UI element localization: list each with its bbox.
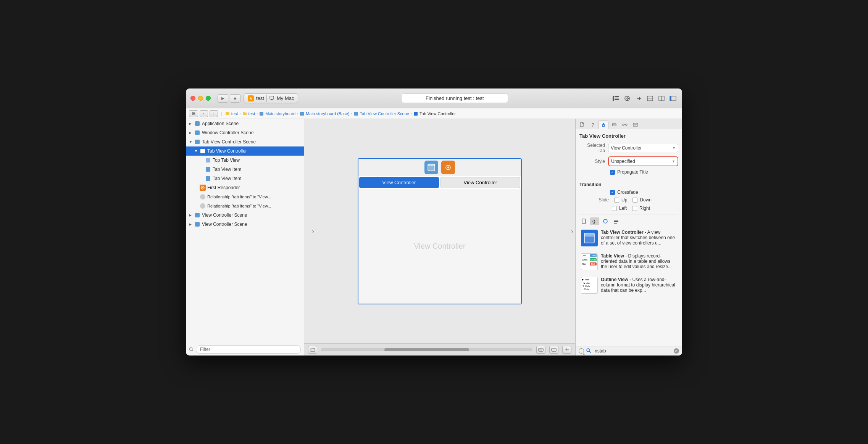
insp-tab-connections[interactable] xyxy=(620,121,630,129)
tabvc-canvas-icon xyxy=(424,161,438,174)
minimize-button[interactable] xyxy=(198,96,203,101)
scheme-name: test xyxy=(256,95,264,101)
crossfade-checkbox[interactable]: ✓ xyxy=(610,190,615,195)
tree-arrow-window: ▶ xyxy=(189,131,193,135)
svg-rect-43 xyxy=(552,348,556,351)
breadcrumb-tabvc[interactable]: Tab View Controller xyxy=(413,111,456,116)
canvas-bottom-toolbar xyxy=(304,343,575,356)
navigator-toggle-button[interactable] xyxy=(611,94,620,103)
lib-name-tabvc: Tab View Controller - A view controller … xyxy=(601,230,677,246)
down-label: Down xyxy=(640,197,652,203)
svg-line-34 xyxy=(192,350,193,351)
storyboard-icon-1 xyxy=(259,111,264,116)
tv-cell-ron: Ron xyxy=(582,263,589,265)
forward-button[interactable]: › xyxy=(210,110,218,117)
library-search-input[interactable] xyxy=(595,348,671,354)
selected-tab-label: Selected Tab xyxy=(579,143,608,153)
tree-item-window-scene[interactable]: ▶ Window Controller Scene xyxy=(186,128,304,137)
canvas-body-label: View Controller xyxy=(414,242,465,251)
layout-2-button[interactable] xyxy=(657,94,666,103)
jump-button[interactable] xyxy=(634,94,643,103)
canvas-scrollbar[interactable] xyxy=(321,348,532,351)
canvas-tb-1[interactable] xyxy=(308,346,317,354)
svg-rect-40 xyxy=(310,348,311,351)
selected-tab-select[interactable]: View Controller ▼ xyxy=(608,144,678,152)
jump-icon xyxy=(636,95,642,101)
breadcrumb-main-sb-base[interactable]: Main.storyboard (Base) xyxy=(300,111,349,116)
canvas-tab-1[interactable]: View Controller xyxy=(359,177,439,188)
lib-item-tableview[interactable]: Jon Clear Chris Green Ron Pink xyxy=(579,252,678,272)
divider-1 xyxy=(579,178,678,178)
svg-rect-18 xyxy=(260,112,263,116)
canvas-area: › › xyxy=(304,119,575,356)
close-button[interactable] xyxy=(190,96,195,101)
tree-item-app-scene[interactable]: ▶ Application Scene xyxy=(186,119,304,128)
grid-view-button[interactable]: ⊞ xyxy=(189,110,198,117)
tree-item-vc-scene-1[interactable]: ▶ View Controller Scene xyxy=(186,211,304,220)
svg-rect-59 xyxy=(614,220,618,220)
tab-item-1-label: Tab View Item xyxy=(213,167,241,172)
breadcrumb-sep-4: › xyxy=(351,112,352,116)
tree-item-tab-item-1[interactable]: Tab View Item xyxy=(186,165,304,174)
breadcrumb-tabvc-scene[interactable]: Tab View Controller Scene xyxy=(354,111,409,116)
tree-item-rel-2[interactable]: → Relationship "tab items" to "View... xyxy=(186,201,304,211)
lib-item-outlineview[interactable]: ▶Matt ▶Jon ▼Kelly Chris xyxy=(579,275,678,295)
tree-item-top-tab[interactable]: Top Tab View xyxy=(186,156,304,165)
breadcrumb-test1[interactable]: test xyxy=(225,111,238,116)
lib-tab-circle[interactable] xyxy=(601,217,610,225)
vc-header xyxy=(358,159,521,176)
device-name: My Mac xyxy=(277,95,294,101)
svg-point-33 xyxy=(189,347,192,351)
svg-rect-24 xyxy=(195,140,200,144)
vc-scene-1-icon xyxy=(194,212,200,218)
down-checkbox[interactable] xyxy=(632,198,637,203)
up-checkbox[interactable] xyxy=(614,198,619,203)
canvas-tb-4[interactable] xyxy=(562,346,571,354)
breadcrumb-sep-5: › xyxy=(411,112,412,116)
identity-icon xyxy=(633,122,638,127)
insp-tab-file[interactable] xyxy=(577,121,587,129)
canvas-tb-3[interactable] xyxy=(549,346,558,354)
maximize-button[interactable] xyxy=(206,96,211,101)
tree-item-first-responder[interactable]: First Responder xyxy=(186,183,304,192)
stop-button[interactable]: ■ xyxy=(230,94,240,103)
tree-item-tabvc-scene[interactable]: ▼ Tab View Controller Scene xyxy=(186,137,304,146)
lib-tab-braces[interactable]: {} xyxy=(590,217,599,225)
status-pill: Finished running test : test xyxy=(401,93,508,103)
lib-item-tabvc[interactable]: Tab View Controller - A view controller … xyxy=(579,228,678,248)
layout-1-button[interactable] xyxy=(645,94,655,103)
canvas-tab-2[interactable]: View Controller xyxy=(440,177,520,188)
svg-rect-4 xyxy=(615,96,619,97)
back-button[interactable]: ‹ xyxy=(200,110,208,117)
scheme-selector[interactable]: A test My Mac xyxy=(244,93,298,103)
clear-search-button[interactable]: ✕ xyxy=(674,348,679,354)
right-checkbox[interactable] xyxy=(632,206,637,211)
canvas-scroll[interactable]: › › xyxy=(304,119,575,343)
tree-item-tab-item-2[interactable]: Tab View Item xyxy=(186,174,304,183)
first-responder-icon xyxy=(200,185,206,191)
inspector-toggle-button[interactable] xyxy=(668,94,678,103)
propagate-title-checkbox[interactable]: ✓ xyxy=(610,170,615,175)
insp-tab-help[interactable]: ? xyxy=(588,121,598,129)
insp-tab-size[interactable] xyxy=(609,121,619,129)
insp-tab-identity[interactable] xyxy=(631,121,641,129)
run-button[interactable]: ▶ xyxy=(218,94,228,103)
tree-arrow-app: ▶ xyxy=(189,122,193,125)
tree-item-vc-scene-2[interactable]: ▶ View Controller Scene xyxy=(186,220,304,229)
breadcrumb-test2[interactable]: test xyxy=(242,111,255,116)
left-checkbox[interactable] xyxy=(612,206,617,211)
lib-tab-file[interactable] xyxy=(579,217,589,225)
left-right-row: Left Right xyxy=(579,206,678,211)
lib-icon-tableview: Jon Clear Chris Green Ron Pink xyxy=(581,253,598,270)
canvas-tb-2[interactable] xyxy=(536,346,545,354)
tree-item-tabvc[interactable]: ▼ Tab View Controller xyxy=(186,146,304,156)
lib-tab-lines[interactable] xyxy=(611,217,621,225)
titlebar-controls: ▶ ■ xyxy=(218,94,240,103)
insp-tab-attributes[interactable] xyxy=(599,121,608,129)
breadcrumb-main-sb[interactable]: Main.storyboard xyxy=(259,111,295,116)
style-select[interactable]: Unspecified ▼ xyxy=(608,156,678,166)
filter-input[interactable] xyxy=(196,345,301,354)
tree-item-rel-1[interactable]: → Relationship "tab items" to "View... xyxy=(186,192,304,201)
breakpoints-button[interactable] xyxy=(623,94,632,103)
slide-label: Slide xyxy=(583,197,612,203)
